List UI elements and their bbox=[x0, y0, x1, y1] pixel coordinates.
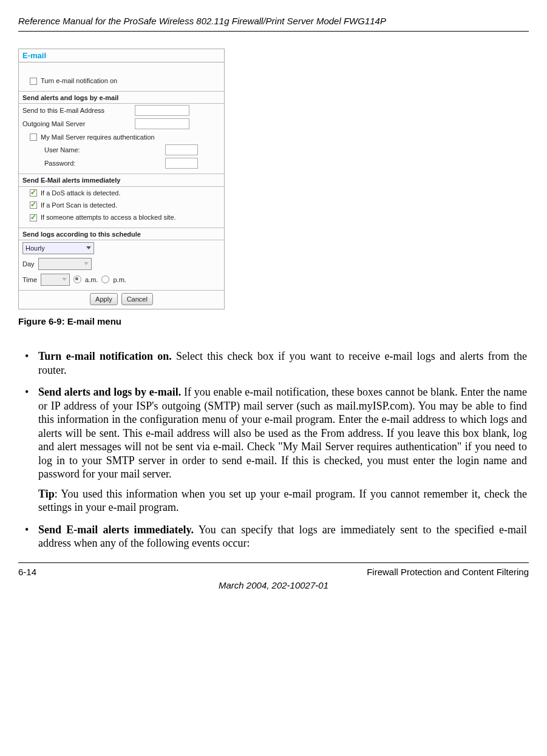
header-title: Reference Manual for the ProSafe Wireles… bbox=[18, 16, 386, 26]
pm-label: p.m. bbox=[113, 275, 126, 284]
schedule-time-label: Time bbox=[22, 275, 37, 284]
page-header: Reference Manual for the ProSafe Wireles… bbox=[18, 15, 529, 32]
outgoing-server-label: Outgoing Mail Server bbox=[22, 118, 135, 129]
outgoing-server-input[interactable] bbox=[135, 118, 189, 129]
alert-blocked-checkbox[interactable] bbox=[30, 214, 37, 221]
figure-caption: Figure 6-9: E-mail menu bbox=[18, 316, 223, 328]
list-item: Send E-mail alerts immediately. You can … bbox=[20, 523, 527, 550]
chevron-down-icon bbox=[84, 262, 89, 265]
alert-portscan-label: If a Port Scan is detected. bbox=[41, 201, 117, 209]
list-item: Turn e-mail notification on. Select this… bbox=[20, 349, 527, 377]
alert-portscan-checkbox[interactable] bbox=[30, 201, 37, 209]
apply-button[interactable]: Apply bbox=[90, 293, 118, 305]
bullet3-lead: Send E-mail alerts immediately. bbox=[38, 524, 194, 536]
chevron-down-icon bbox=[62, 278, 67, 281]
section-immediate-heading: Send E-Mail alerts immediately bbox=[19, 174, 224, 186]
am-radio[interactable] bbox=[73, 275, 81, 283]
alert-dos-label: If a DoS attack is detected. bbox=[41, 189, 120, 197]
send-to-address-label: Send to this E-mail Address bbox=[22, 105, 135, 116]
page-number: 6-14 bbox=[18, 566, 36, 578]
email-panel-title: E-mail bbox=[19, 49, 224, 63]
alert-dos-checkbox[interactable] bbox=[30, 189, 37, 197]
body-bullets: Turn e-mail notification on. Select this… bbox=[18, 349, 529, 550]
section-send-alerts-heading: Send alerts and logs by e-mail bbox=[19, 91, 224, 104]
tip-text: : You used this information when you set… bbox=[38, 488, 527, 514]
username-input[interactable] bbox=[165, 144, 198, 155]
bullet1-lead: Turn e-mail notification on. bbox=[38, 350, 172, 362]
alert-blocked-label: If someone attempts to access a blocked … bbox=[41, 213, 176, 221]
schedule-frequency-value: Hourly bbox=[25, 244, 45, 252]
schedule-time-select[interactable] bbox=[41, 274, 70, 286]
schedule-frequency-select[interactable]: Hourly bbox=[22, 242, 94, 254]
chevron-down-icon bbox=[86, 246, 91, 249]
tip-paragraph: Tip: You used this information when you … bbox=[38, 487, 527, 515]
footer-date: March 2004, 202-10027-01 bbox=[18, 579, 529, 592]
password-label: Password: bbox=[22, 158, 165, 169]
email-config-panel: E-mail Turn e-mail notification on Send … bbox=[18, 49, 225, 310]
requires-auth-checkbox[interactable] bbox=[30, 133, 37, 141]
footer-section-title: Firewall Protection and Content Filterin… bbox=[367, 566, 529, 578]
cancel-button[interactable]: Cancel bbox=[121, 293, 153, 305]
notification-on-checkbox[interactable] bbox=[30, 78, 37, 85]
tip-lead: Tip bbox=[38, 488, 55, 500]
password-input[interactable] bbox=[165, 158, 198, 169]
username-label: User Name: bbox=[22, 144, 165, 155]
notification-on-label: Turn e-mail notification on bbox=[41, 76, 117, 85]
pm-radio[interactable] bbox=[101, 275, 109, 283]
bullet2-text: If you enable e-mail notification, these… bbox=[38, 386, 527, 480]
bullet2-lead: Send alerts and logs by e-mail. bbox=[38, 386, 181, 398]
schedule-day-select[interactable] bbox=[38, 258, 92, 270]
figure-wrapper: E-mail Turn e-mail notification on Send … bbox=[18, 49, 223, 328]
schedule-day-label: Day bbox=[22, 260, 35, 268]
requires-auth-label: My Mail Server requires authentication bbox=[41, 133, 155, 141]
am-label: a.m. bbox=[85, 275, 98, 284]
list-item: Send alerts and logs by e-mail. If you e… bbox=[20, 385, 527, 515]
send-to-address-input[interactable] bbox=[135, 105, 189, 116]
section-schedule-heading: Send logs according to this schedule bbox=[19, 228, 224, 240]
page-footer: 6-14 Firewall Protection and Content Fil… bbox=[18, 562, 529, 592]
